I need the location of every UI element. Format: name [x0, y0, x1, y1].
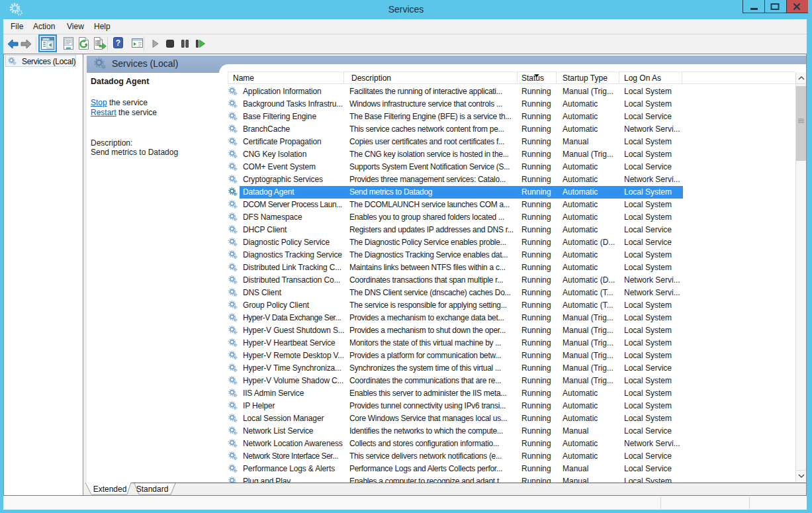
svg-text:?: ? [116, 38, 120, 48]
